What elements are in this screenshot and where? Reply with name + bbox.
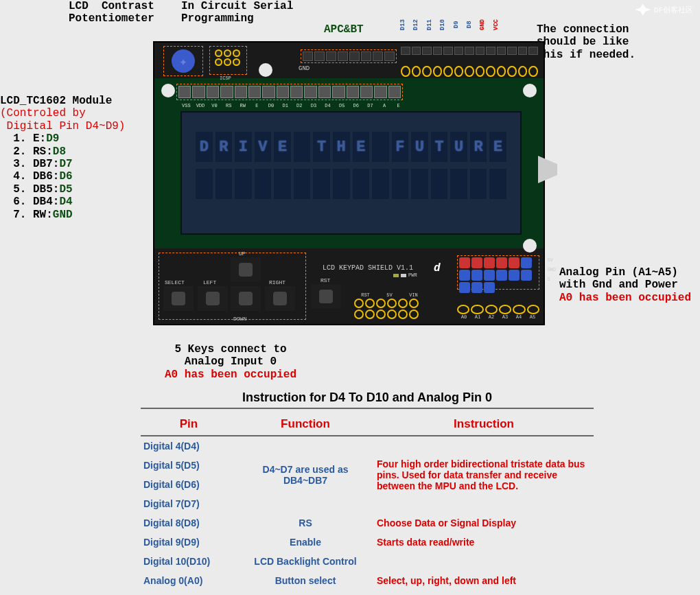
diagram-page: DF创客社区 LCD Contrast Potentiometer In Cir… xyxy=(0,0,700,595)
mount-hole-icon xyxy=(523,84,537,97)
led-icon xyxy=(401,274,406,277)
th-func: Function xyxy=(237,413,374,436)
lcd-shield-board: ✦ ICSP GND xyxy=(153,41,545,325)
button-up-label: UP xyxy=(239,250,246,257)
pwr-label: PWR xyxy=(408,272,417,278)
icsp-caption: ICSP xyxy=(220,75,231,81)
instruction-table: Instruction for D4 To D10 and Analog Pin… xyxy=(141,386,594,590)
board-title: LCD KEYPAD SHIELD V1.1 xyxy=(323,264,413,272)
brand-corner: DF创客社区 xyxy=(635,3,693,16)
digital-pin-labels: D13D12D11D10D9D8GNDVCC xyxy=(399,19,506,30)
button-reset-label: RST xyxy=(320,277,330,283)
label-icsp: In Circuit Serial Programming xyxy=(181,0,293,25)
mount-hole-icon xyxy=(161,84,175,97)
lcd-screen: DRIVE THE FUTURE xyxy=(180,111,522,235)
label-conn-note: The connection should be like this if ne… xyxy=(537,23,635,61)
th-instr: Instruction xyxy=(374,413,594,436)
label-a0-occupied-2: A0 has been occupied xyxy=(165,369,296,381)
lcd-row-2 xyxy=(196,169,506,199)
button-right xyxy=(265,286,295,311)
button-select-label: SELECT xyxy=(165,279,185,285)
button-right-label: RIGHT xyxy=(269,279,285,285)
label-keys-note: 5 Keys connect to Analog Input 0 xyxy=(165,343,296,369)
lcd-module-title: LCD_TC1602 Module xyxy=(0,95,125,107)
potentiometer-icon: ✦ xyxy=(172,49,195,73)
lcd-row-1: DRIVE THE FUTURE xyxy=(196,132,506,162)
button-left-label: LEFT xyxy=(203,279,216,285)
df-board-logo-icon: d xyxy=(434,262,441,275)
power-indicator: PWR xyxy=(393,272,417,278)
icsp-header: ICSP xyxy=(209,46,247,75)
mount-hole-icon xyxy=(523,239,537,253)
button-select xyxy=(163,286,194,311)
button-down-label: DOWN xyxy=(233,316,246,322)
keypad-group: UP SELECT LEFT DOWN RIGHT xyxy=(159,253,306,320)
contrast-potentiometer: ✦ xyxy=(163,46,203,76)
label-apcbt: APC&BT xyxy=(324,23,364,36)
button-up xyxy=(231,257,261,282)
brand-text: DF创客社区 xyxy=(654,5,693,15)
mount-hole-icon xyxy=(259,63,272,77)
analog-power-block xyxy=(457,255,539,290)
button-left xyxy=(198,286,228,311)
lcd-module-control: (Controled by Digital Pin D4~D9) xyxy=(0,107,125,132)
label-contrast: LCD Contrast Potentiometer xyxy=(69,0,154,25)
lcd-module-pins: 1. E:D9 2. RS:D8 3. DB7:D7 4. DB6:D6 5. … xyxy=(0,132,125,221)
digital-pin-header xyxy=(401,66,538,77)
th-pin: Pin xyxy=(141,413,237,436)
button-reset: RST xyxy=(311,284,345,312)
digital-solder-row xyxy=(401,47,538,55)
apcbt-header xyxy=(301,49,397,63)
lcd-pin-row xyxy=(176,84,403,100)
gnd-label: GND xyxy=(299,65,310,72)
analog-bottom-pins: A0A1A2A3A4A5 xyxy=(457,305,539,320)
power-pin-block: RST5VVIN xyxy=(353,292,425,320)
table-title: Instruction for D4 To D10 and Analog Pin… xyxy=(141,390,594,409)
df-logo-icon xyxy=(635,3,651,16)
led-icon xyxy=(393,274,399,277)
lcd-tab-icon xyxy=(538,156,557,183)
label-analog-note: Analog Pin (A1~A5) with Gnd and Power xyxy=(559,266,691,292)
analog-side-labels: 5VGNDS xyxy=(547,255,556,284)
button-down xyxy=(231,286,261,311)
lcd-pin-labels: VSSVDDV0RSRWED0D1D2D3D4D5D6D7AE xyxy=(179,103,406,108)
label-a0-occupied: A0 has been occupied xyxy=(559,292,691,304)
